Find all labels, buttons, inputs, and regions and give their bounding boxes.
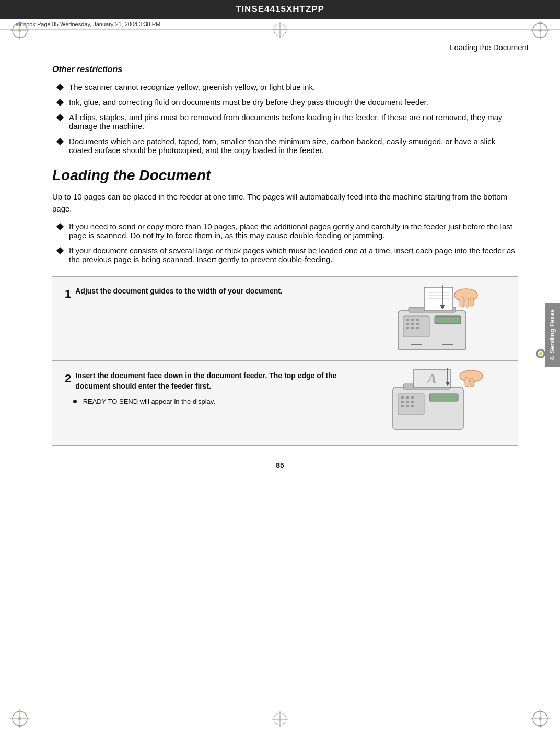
other-restrictions-list: The scanner cannot recognize yellow, gre… — [52, 83, 518, 155]
svg-rect-12 — [416, 319, 419, 321]
svg-rect-13 — [406, 323, 409, 325]
loading-bullet-1: If you need to send or copy more than 10… — [69, 222, 518, 240]
fax-machine-svg-1 — [367, 282, 503, 355]
svg-rect-28 — [470, 298, 474, 306]
restriction-text-3: All clips, staples, and pins must be rem… — [69, 113, 518, 131]
svg-rect-34 — [401, 396, 404, 399]
step-1-bold: Adjust the document guides to the width … — [75, 287, 283, 295]
step-2-box: 2 Insert the document face down in the d… — [52, 361, 518, 446]
step-2-sub: READY TO SEND will appear in the display… — [65, 396, 342, 407]
loading-section: Loading the Document Up to 10 pages can … — [52, 167, 518, 264]
step-2-text: 2 Insert the document face down in the d… — [65, 371, 342, 391]
restriction-text-4: Documents which are patched, taped, torn… — [69, 137, 518, 155]
corner-mark-br — [531, 709, 550, 728]
other-restrictions-title: Other restrictions — [52, 65, 518, 74]
list-item: The scanner cannot recognize yellow, gre… — [52, 83, 518, 91]
intro-paragraph: Up to 10 pages can be placed in the feed… — [52, 191, 518, 215]
svg-rect-48 — [465, 377, 469, 387]
center-cross-bottom — [272, 711, 288, 727]
step-1-number: 1 — [65, 286, 71, 302]
svg-rect-42 — [411, 405, 414, 407]
step-2-sub-text: READY TO SEND will appear in the display… — [83, 397, 215, 405]
document-title: TINSE4415XHTZPP — [0, 0, 560, 19]
bullet-diamond-icon — [56, 114, 64, 121]
step-1-left: 1 Adjust the document guides to the widt… — [52, 277, 351, 360]
svg-rect-14 — [411, 323, 414, 325]
step-1-box: 1 Adjust the document guides to the widt… — [52, 276, 518, 361]
svg-rect-27 — [465, 298, 469, 307]
svg-text:A: A — [426, 370, 437, 387]
svg-rect-19 — [435, 316, 461, 324]
step-1-text: 1 Adjust the document guides to the widt… — [65, 286, 342, 302]
corner-mark-tr — [531, 21, 550, 40]
corner-mark-bl — [10, 709, 29, 728]
list-item: Documents which are patched, taped, torn… — [52, 137, 518, 155]
svg-rect-11 — [411, 319, 414, 321]
svg-rect-37 — [401, 401, 404, 403]
bullet-diamond-icon — [56, 223, 64, 230]
svg-rect-18 — [416, 327, 419, 329]
step-2-illustration: A — [351, 361, 518, 445]
list-item: If you need to send or copy more than 10… — [52, 222, 518, 240]
svg-rect-10 — [406, 319, 409, 321]
svg-rect-36 — [411, 396, 414, 399]
bullet-round-icon — [73, 400, 77, 403]
page-number: 85 — [0, 461, 560, 470]
svg-rect-41 — [406, 405, 409, 407]
svg-rect-38 — [406, 401, 409, 403]
section-header: Loading the Document — [0, 38, 560, 54]
bullet-diamond-icon — [56, 138, 64, 145]
svg-rect-39 — [411, 401, 414, 403]
list-item: If your document consists of several lar… — [52, 246, 518, 264]
bullet-diamond-icon — [56, 99, 64, 106]
loading-section-title: Loading the Document — [52, 167, 518, 184]
step-2-number: 2 — [65, 371, 71, 387]
svg-rect-35 — [406, 396, 409, 399]
center-cross-top — [272, 22, 288, 38]
step-1-illustration — [351, 277, 518, 360]
corner-mark-tl — [10, 21, 29, 40]
side-tab-circle — [536, 349, 545, 358]
restriction-text-1: The scanner cannot recognize yellow, gre… — [69, 83, 315, 91]
svg-rect-40 — [401, 405, 404, 407]
bullet-diamond-icon — [56, 84, 64, 91]
svg-rect-49 — [470, 378, 474, 387]
restriction-text-2: Ink, glue, and correcting fluid on docum… — [69, 98, 428, 107]
bullet-diamond-icon — [56, 247, 64, 254]
svg-rect-16 — [406, 327, 409, 329]
svg-rect-43 — [429, 394, 458, 401]
list-item: All clips, staples, and pins must be rem… — [52, 113, 518, 131]
svg-rect-26 — [460, 297, 464, 307]
step-2-bold: Insert the document face down in the doc… — [75, 371, 336, 390]
svg-point-52 — [539, 352, 542, 355]
svg-rect-15 — [416, 323, 419, 325]
list-item: Ink, glue, and correcting fluid on docum… — [52, 98, 518, 107]
loading-bullet-list: If you need to send or copy more than 10… — [52, 222, 518, 264]
main-content: Other restrictions The scanner cannot re… — [0, 54, 560, 456]
other-restrictions-section: Other restrictions The scanner cannot re… — [52, 65, 518, 155]
side-tab: 4. Sending Faxes — [545, 303, 560, 367]
svg-rect-17 — [411, 327, 414, 329]
step-2-left: 2 Insert the document face down in the d… — [52, 361, 351, 445]
loading-bullet-2: If your document consists of several lar… — [69, 246, 518, 264]
fax-machine-svg-2: A — [367, 367, 503, 440]
